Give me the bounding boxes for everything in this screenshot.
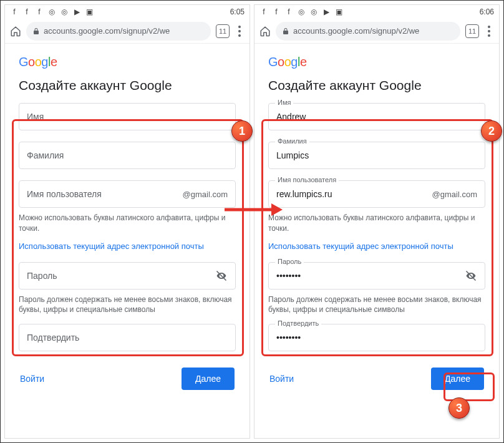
use-existing-email-link[interactable]: Использовать текущий адрес электронной п… [268, 241, 485, 251]
tabs-count[interactable]: 11 [216, 24, 230, 38]
menu-icon[interactable] [484, 26, 494, 37]
browser-toolbar: accounts.google.com/signup/v2/we 11 [5, 19, 250, 44]
facebook-icon: f [259, 7, 268, 16]
signin-link[interactable]: Войти [20, 374, 44, 384]
signin-link[interactable]: Войти [269, 374, 294, 384]
username-label: Имя пользователя [275, 176, 339, 183]
page-title: Создайте аккаунт Google [19, 78, 236, 93]
url-bar[interactable]: accounts.google.com/signup/v2/we [26, 22, 211, 41]
browser-toolbar: accounts.google.com/signup/v2/we 11 [254, 19, 499, 44]
app-icon: ▣ [85, 7, 94, 16]
form-actions: Войти Далее [268, 368, 485, 390]
facebook-icon: f [10, 7, 19, 16]
first-name-input[interactable] [276, 112, 477, 122]
signup-form: Имя Фамилия Имя пользователя @gmail.com … [268, 103, 485, 351]
confirm-input[interactable] [27, 333, 228, 343]
instagram-icon: ◎ [297, 7, 306, 16]
username-helper: Можно использовать буквы латинского алфа… [268, 213, 485, 234]
google-logo: Google [19, 55, 236, 69]
username-suffix: @gmail.com [183, 190, 228, 199]
next-button[interactable]: Далее [182, 368, 235, 390]
google-logo: Google [268, 55, 485, 69]
instagram-icon: ◎ [60, 7, 69, 16]
username-helper: Можно использовать буквы латинского алфа… [19, 213, 236, 234]
lock-icon [282, 27, 289, 35]
facebook-icon: f [22, 7, 31, 16]
username-input[interactable] [276, 189, 429, 199]
clock: 6:05 [230, 7, 245, 16]
home-icon[interactable] [10, 26, 21, 37]
confirm-field[interactable]: Подтвердить [268, 324, 485, 351]
password-input[interactable] [276, 271, 460, 281]
phone-screenshot-left: f f f ◎ ◎ ▶ ▣ 6:05 accounts.google.com/s… [4, 4, 250, 439]
menu-icon[interactable] [235, 26, 245, 37]
visibility-toggle-icon[interactable] [465, 270, 477, 282]
confirm-field[interactable] [19, 324, 236, 351]
last-name-field[interactable]: Фамилия [268, 142, 485, 169]
password-helper: Пароль должен содержать не менее восьми … [268, 295, 485, 316]
username-suffix: @gmail.com [432, 190, 477, 199]
first-name-field[interactable]: Имя [268, 103, 485, 130]
app-icon: ▣ [334, 7, 343, 16]
url-text: accounts.google.com/signup/v2/we [293, 26, 419, 36]
first-name-label: Имя [275, 99, 293, 106]
home-icon[interactable] [259, 26, 271, 37]
password-label: Пароль [275, 258, 304, 265]
password-helper: Пароль должен содержать не менее восьми … [19, 295, 236, 316]
password-field[interactable]: Пароль [268, 262, 485, 290]
username-field[interactable]: Имя пользователя @gmail.com [268, 180, 485, 208]
status-icons-left: f f f ◎ ◎ ▶ ▣ [10, 7, 94, 16]
visibility-toggle-icon[interactable] [215, 270, 228, 282]
clock: 6:06 [480, 7, 494, 16]
url-text: accounts.google.com/signup/v2/we [44, 26, 170, 36]
first-name-input[interactable] [27, 112, 228, 122]
username-field[interactable]: @gmail.com [19, 180, 236, 208]
status-bar: f f f ◎ ◎ ▶ ▣ 6:06 [254, 5, 499, 19]
last-name-field[interactable] [19, 142, 236, 169]
password-input[interactable] [27, 271, 210, 281]
phone-screenshot-right: f f f ◎ ◎ ▶ ▣ 6:06 accounts.google.com/s… [254, 4, 500, 439]
use-existing-email-link[interactable]: Использовать текущий адрес электронной п… [19, 241, 236, 251]
page-title: Создайте аккаунт Google [268, 78, 485, 93]
facebook-icon: f [272, 7, 281, 16]
signup-form: @gmail.com Можно использовать буквы лати… [19, 103, 236, 351]
facebook-icon: f [35, 7, 44, 16]
tabs-count[interactable]: 11 [465, 24, 479, 38]
confirm-label: Подтвердить [275, 319, 321, 327]
instagram-icon: ◎ [47, 7, 56, 16]
play-store-icon: ▶ [72, 7, 81, 16]
status-bar: f f f ◎ ◎ ▶ ▣ 6:05 [5, 5, 250, 19]
play-store-icon: ▶ [322, 7, 331, 16]
last-name-label: Фамилия [275, 137, 309, 145]
next-button[interactable]: Далее [431, 368, 484, 390]
last-name-input[interactable] [276, 150, 477, 160]
facebook-icon: f [284, 7, 293, 16]
confirm-input[interactable] [276, 333, 477, 343]
username-input[interactable] [27, 189, 179, 199]
last-name-input[interactable] [27, 150, 228, 160]
password-field[interactable] [19, 262, 236, 290]
lock-icon [32, 27, 40, 35]
instagram-icon: ◎ [309, 7, 318, 16]
first-name-field[interactable] [19, 103, 236, 130]
form-actions: Войти Далее [19, 368, 236, 390]
status-icons-left: f f f ◎ ◎ ▶ ▣ [259, 7, 343, 16]
url-bar[interactable]: accounts.google.com/signup/v2/we [276, 22, 460, 41]
